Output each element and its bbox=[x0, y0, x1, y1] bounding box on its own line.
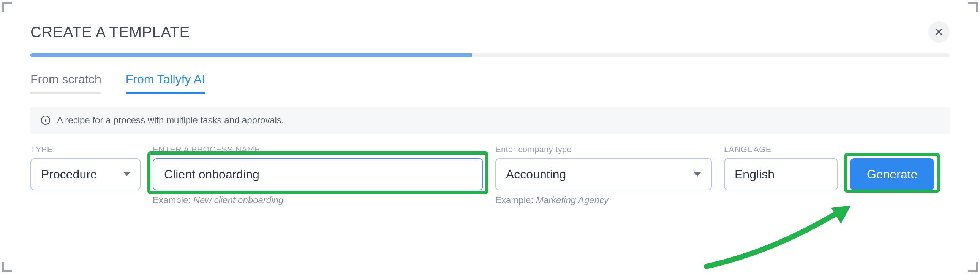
page-title: CREATE A TEMPLATE bbox=[30, 24, 190, 41]
example-value: Marketing Agency bbox=[536, 195, 609, 205]
create-template-dialog: CREATE A TEMPLATE From scratch From Tall… bbox=[0, 0, 980, 205]
dialog-header: CREATE A TEMPLATE bbox=[30, 21, 950, 43]
info-banner: i A recipe for a process with multiple t… bbox=[30, 107, 950, 134]
form-row: TYPE Procedure ENTER A PROCESS NAME Exam… bbox=[30, 144, 950, 205]
field-language: LANGUAGE English bbox=[724, 144, 838, 190]
crop-mark bbox=[968, 2, 978, 12]
chevron-down-icon bbox=[124, 172, 130, 176]
type-value: Procedure bbox=[41, 167, 97, 181]
example-prefix: Example: bbox=[153, 195, 193, 205]
crop-mark bbox=[2, 262, 12, 272]
process-name-input-wrapper bbox=[153, 158, 483, 190]
type-select[interactable]: Procedure bbox=[30, 158, 140, 190]
field-label-company-type: Enter company type bbox=[495, 144, 712, 154]
progress-bar bbox=[30, 53, 950, 57]
company-type-select[interactable]: Accounting bbox=[495, 158, 712, 190]
info-icon: i bbox=[41, 116, 50, 125]
language-select[interactable]: English bbox=[724, 158, 838, 190]
crop-mark bbox=[2, 2, 12, 12]
svg-marker-0 bbox=[831, 205, 851, 224]
tab-from-scratch[interactable]: From scratch bbox=[30, 72, 102, 94]
tabs: From scratch From Tallyfy AI bbox=[30, 72, 950, 94]
crop-mark bbox=[968, 262, 978, 272]
process-name-example: Example: New client onboarding bbox=[153, 195, 483, 205]
close-icon bbox=[935, 28, 943, 36]
close-button[interactable] bbox=[928, 21, 950, 43]
field-label-type: TYPE bbox=[30, 144, 140, 154]
process-name-input[interactable] bbox=[163, 167, 473, 182]
field-label-process-name: ENTER A PROCESS NAME bbox=[153, 144, 483, 154]
example-prefix: Example: bbox=[495, 195, 536, 205]
company-type-value: Accounting bbox=[506, 167, 566, 181]
company-type-example: Example: Marketing Agency bbox=[495, 195, 712, 205]
field-label-language: LANGUAGE bbox=[724, 144, 838, 154]
generate-button[interactable]: Generate bbox=[850, 158, 934, 190]
example-value: New client onboarding bbox=[193, 195, 283, 205]
language-value: English bbox=[735, 167, 775, 181]
chevron-down-icon bbox=[694, 172, 701, 176]
spacer bbox=[850, 144, 934, 154]
field-type: TYPE Procedure bbox=[30, 144, 140, 190]
progress-fill bbox=[30, 53, 472, 57]
tab-from-tallyfy-ai[interactable]: From Tallyfy AI bbox=[126, 72, 205, 94]
field-process-name: ENTER A PROCESS NAME Example: New client… bbox=[153, 144, 483, 205]
info-text: A recipe for a process with multiple tas… bbox=[57, 115, 284, 126]
field-generate: Generate bbox=[850, 144, 934, 190]
field-company-type: Enter company type Accounting Example: M… bbox=[495, 144, 712, 205]
